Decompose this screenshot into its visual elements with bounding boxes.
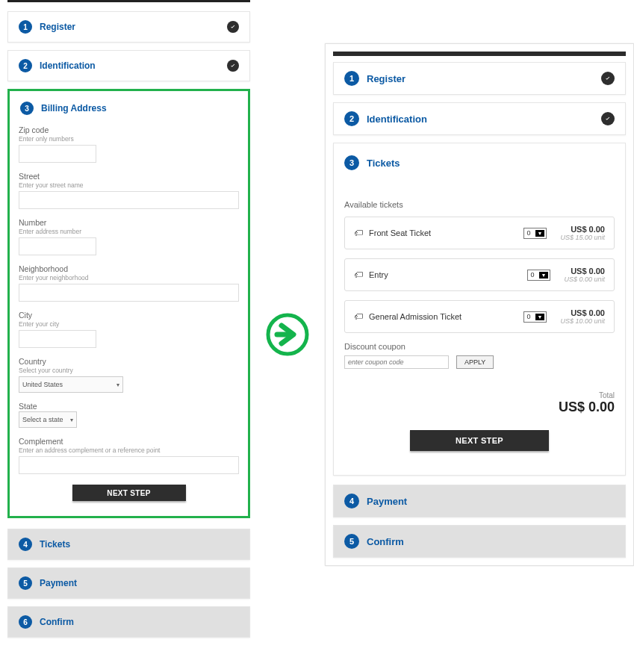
complement-hint: Enter an address complement or a referen… <box>19 447 239 454</box>
step-register[interactable]: 1 Register <box>7 11 250 43</box>
step-title-identification: Identification <box>40 60 96 71</box>
ticket-unit-price: US$ 15.00 unit <box>560 234 605 241</box>
zip-input[interactable] <box>19 145 96 163</box>
quantity-select[interactable]: 0 ▼ <box>523 311 547 323</box>
apply-button[interactable]: APPLY <box>456 355 494 369</box>
step-confirm-r[interactable]: 5 Confirm <box>333 525 626 558</box>
zip-hint: Enter only numbers <box>19 135 239 143</box>
quantity-value: 0 <box>527 313 531 320</box>
number-input[interactable] <box>19 237 96 255</box>
ticket-row: 🏷 Entry 0 ▼ US$ 0.00 US$ 0.00 unit <box>344 258 615 291</box>
state-value: Select a state <box>22 416 63 423</box>
coupon-label: Discount coupon <box>344 342 615 351</box>
step-number-5-r: 5 <box>344 534 359 549</box>
next-step-button[interactable]: NEXT STEP <box>72 485 186 501</box>
step-number-6: 6 <box>19 615 32 629</box>
country-value: United States <box>22 381 63 388</box>
street-input[interactable] <box>19 191 239 209</box>
step-number-2: 2 <box>19 59 32 72</box>
number-label: Number <box>19 218 239 227</box>
checkmark-icon <box>227 60 239 72</box>
chevron-down-icon: ▾ <box>116 382 119 388</box>
step-title-confirm-r: Confirm <box>367 536 404 547</box>
step-number-2-r: 2 <box>344 111 359 126</box>
step-confirm[interactable]: 6 Confirm <box>7 606 250 638</box>
ticket-unit-price: US$ 10.00 unit <box>560 317 605 325</box>
step-tickets-body: 3 Tickets Available tickets 🏷 Front Seat… <box>333 143 626 476</box>
ticket-name: Front Seat Ticket <box>369 228 431 237</box>
ticket-name: Entry <box>369 270 388 279</box>
step-number-3-r: 3 <box>344 155 359 170</box>
number-hint: Enter address number <box>19 228 239 235</box>
step-title-payment-r: Payment <box>367 496 407 507</box>
step-title-tickets-r: Tickets <box>367 158 400 169</box>
step-number-5: 5 <box>19 576 32 590</box>
country-hint: Select your country <box>19 367 239 374</box>
country-select[interactable]: United States ▾ <box>19 376 123 393</box>
checkmark-icon <box>601 112 615 125</box>
zip-label: Zip code <box>19 125 239 134</box>
ticket-unit-price: US$ 0.00 unit <box>564 276 605 283</box>
ticket-price: US$ 0.00 <box>560 308 605 317</box>
step-title-register-r: Register <box>367 73 405 84</box>
tag-icon: 🏷 <box>354 270 363 280</box>
step-tickets[interactable]: 4 Tickets <box>7 529 250 560</box>
neighborhood-input[interactable] <box>19 284 239 302</box>
left-top-bar <box>7 0 250 2</box>
step-title-register: Register <box>40 22 75 32</box>
step-identification-r[interactable]: 2 Identification <box>333 102 626 135</box>
step-number-3: 3 <box>20 102 34 115</box>
step-title-payment: Payment <box>40 578 77 588</box>
ticket-price: US$ 0.00 <box>564 267 605 276</box>
total-label: Total <box>344 391 615 399</box>
complement-input[interactable] <box>19 456 239 474</box>
step-title-billing-address: Billing Address <box>41 103 107 113</box>
country-label: Country <box>19 357 239 366</box>
street-hint: Enter your street name <box>19 181 239 189</box>
state-select[interactable]: Select a state ▾ <box>19 411 77 428</box>
ticket-price: US$ 0.00 <box>560 225 605 234</box>
available-tickets-label: Available tickets <box>344 200 615 209</box>
step-payment[interactable]: 5 Payment <box>7 567 250 599</box>
state-label: State <box>19 402 239 411</box>
step-title-confirm: Confirm <box>40 617 74 627</box>
step-number-1-r: 1 <box>344 71 359 86</box>
step-title-tickets: Tickets <box>40 539 70 550</box>
coupon-input[interactable] <box>344 355 449 369</box>
step-number-4-r: 4 <box>344 494 359 508</box>
tag-icon: 🏷 <box>354 311 363 322</box>
quantity-select[interactable]: 0 ▼ <box>523 228 547 239</box>
quantity-value: 0 <box>531 271 535 279</box>
ticket-name: General Admission Ticket <box>369 312 461 321</box>
tag-icon: 🏷 <box>354 228 363 238</box>
quantity-select[interactable]: 0 ▼ <box>527 270 551 281</box>
ticket-row: 🏷 General Admission Ticket 0 ▼ US$ 0.00 … <box>344 300 615 333</box>
chevron-down-icon: ▼ <box>539 272 549 279</box>
step-register-r[interactable]: 1 Register <box>333 62 626 95</box>
checkmark-icon <box>601 72 615 85</box>
neighborhood-label: Neighborhood <box>19 264 239 273</box>
next-step-button-r[interactable]: NEXT STEP <box>410 430 549 451</box>
complement-label: Complement <box>19 437 239 446</box>
city-label: City <box>19 311 239 320</box>
step-number-1: 1 <box>19 20 32 34</box>
neighborhood-hint: Enter your neighborhood <box>19 274 239 281</box>
city-input[interactable] <box>19 330 96 348</box>
chevron-down-icon: ▼ <box>535 230 545 237</box>
step-identification[interactable]: 2 Identification <box>7 50 250 81</box>
total-value: US$ 0.00 <box>344 399 615 415</box>
step-title-identification-r: Identification <box>367 113 427 125</box>
quantity-value: 0 <box>527 229 531 237</box>
checkmark-icon <box>227 21 239 33</box>
step-billing-address: 3 Billing Address Zip code Enter only nu… <box>7 89 250 518</box>
chevron-down-icon: ▼ <box>535 314 545 320</box>
arrow-right-icon <box>265 312 310 357</box>
chevron-down-icon: ▾ <box>70 417 73 423</box>
step-payment-r[interactable]: 4 Payment <box>333 485 626 517</box>
step-number-4: 4 <box>19 538 32 551</box>
city-hint: Enter your city <box>19 320 239 328</box>
ticket-row: 🏷 Front Seat Ticket 0 ▼ US$ 0.00 US$ 15.… <box>344 217 615 249</box>
street-label: Street <box>19 172 239 181</box>
